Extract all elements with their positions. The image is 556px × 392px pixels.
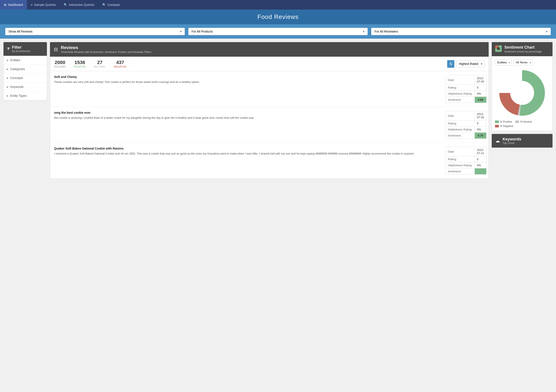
legend-neutral: % Neutral (515, 120, 532, 123)
sidebar-item-entities[interactable]: ▶ Entities (4, 56, 47, 65)
donut-chart-container (495, 69, 549, 117)
center-panel: ⊟ Reviews Show/Hide Reviews with Enrichm… (50, 42, 489, 179)
meta-helpfulness-value: 0% (475, 162, 486, 168)
meta-helpfulness-value: 0% (475, 91, 486, 97)
meta-helpfulness-label: Helpfulness Rating: (446, 91, 475, 97)
chevron-right-icon: ▶ (7, 85, 8, 88)
stat-negative: 437 NEGATIVE (110, 60, 131, 68)
for-reviewers-value: For All Reviewers (374, 30, 398, 33)
sidebar-items: ▶ Entities ▶ Categories ▶ Concepts ▶ Key… (3, 56, 47, 100)
donut-chart (498, 69, 546, 117)
review-content: omg the best cookie ever this cookie is … (54, 111, 441, 139)
stat-negative-label: NEGATIVE (114, 65, 127, 68)
keywords-cloud-header: ☁ Keywords Tag Cloud (492, 134, 553, 148)
meta-row-helpfulness: Helpfulness Rating: 0% (446, 91, 486, 97)
for-products-value: For All Products (192, 30, 213, 33)
right-panel: Sentiment Chart Sentiment scores by perc… (492, 42, 553, 179)
meta-sentiment-label: Sentiment: (446, 133, 475, 139)
terms-select-wrapper: All Terms (513, 59, 533, 66)
show-reviews-dropdown[interactable]: Show All Reviews ▾ (5, 28, 185, 35)
reviews-icon: ⊟ (54, 47, 58, 52)
legend-positive: % Positive (495, 120, 512, 123)
sidebar-item-label: Categories (10, 67, 25, 71)
chevron-right-icon: ▶ (7, 68, 8, 71)
nav-compare-label: Compare (108, 3, 120, 7)
sidebar-item-concepts[interactable]: ▶ Concepts (4, 74, 47, 83)
stat-neutral: 27 NEUTRAL (90, 60, 110, 68)
positive-color-swatch (495, 121, 499, 123)
meta-table: Date: 2012-07-20 Rating: 5 Helpfulness R… (445, 75, 486, 103)
sentiment-controls: Entities All Terms (495, 59, 549, 66)
meta-date-label: Date: (446, 75, 475, 85)
review-meta: Date: 2012-07-21 Rating: 5 Helpfulness R… (445, 147, 485, 174)
stat-total-num: 2000 (54, 60, 66, 65)
nav-compare[interactable]: 🔍 Compare (98, 0, 124, 9)
sentiment-chart-header: Sentiment Chart Sentiment scores by perc… (492, 42, 553, 56)
table-row: Soft and Chewy These cookies are very so… (50, 71, 488, 107)
main-layout: ⧩ Filter By Enrichments ▶ Entities ▶ Cat… (0, 39, 556, 182)
sidebar-item-label: Concepts (10, 76, 23, 80)
legend-neutral-label: % Neutral (520, 120, 532, 123)
reviews-header: ⊟ Reviews Show/Hide Reviews with Enrichm… (50, 42, 489, 57)
review-body: These cookies are very soft and chewy! T… (54, 80, 441, 84)
nav-interactive-queries[interactable]: 🔍 Interactive Queries (60, 0, 98, 9)
meta-rating-value: 5 (475, 121, 486, 127)
sidebar-item-categories[interactable]: ▶ Categories (4, 65, 47, 74)
sidebar-item-entity-types[interactable]: ▶ Entity Types (4, 91, 47, 100)
meta-sentiment-value (475, 168, 486, 174)
review-title: Quaker Soft Bakes Oatmeal Cookie with Ra… (54, 147, 441, 150)
reviews-title: Reviews (61, 45, 151, 50)
review-title: omg the best cookie ever (54, 111, 441, 114)
terms-select[interactable]: All Terms (513, 59, 533, 66)
meta-row-date: Date: 2012-07-20 (446, 75, 486, 85)
page-title: Food Reviews (4, 14, 552, 20)
meta-date-value: 2012-07-20 (475, 111, 486, 121)
meta-helpfulness-label: Helpfulness Rating: (446, 127, 475, 133)
meta-rating-label: Rating: (446, 85, 475, 91)
meta-row-date: Date: 2012-07-20 (446, 111, 486, 121)
sentiment-chart-subtitle: Sentiment scores by percentage (504, 50, 542, 53)
review-meta: Date: 2012-07-20 Rating: 5 Helpfulness R… (445, 111, 485, 139)
meta-row-date: Date: 2012-07-21 (446, 147, 486, 156)
donut-legend: % Positive % Neutral % Negative (495, 120, 549, 128)
meta-row-sentiment: Sentiment: 0.75 (446, 133, 486, 139)
sidebar-title: Filter (12, 45, 30, 50)
meta-table: Date: 2012-07-20 Rating: 5 Helpfulness R… (445, 111, 486, 139)
nav-sample-queries[interactable]: ≡ Sample Queries (27, 0, 60, 9)
neutral-color-swatch (515, 121, 519, 123)
sentiment-chart-body: Entities All Terms (492, 56, 553, 131)
search-icon: 🔍 (64, 3, 67, 7)
keywords-title: Keywords (502, 137, 521, 142)
dashboard-icon: ⊞ (4, 3, 7, 7)
review-meta: Date: 2012-07-20 Rating: 5 Helpfulness R… (445, 75, 485, 103)
sort-direction-button[interactable]: ⇅ (447, 60, 454, 68)
keywords-subtitle: Tag Cloud (502, 142, 521, 144)
main-nav: ⊞ Dashboard ≡ Sample Queries 🔍 Interacti… (0, 0, 556, 9)
legend-positive-label: % Positive (500, 120, 512, 123)
sidebar: ⧩ Filter By Enrichments ▶ Entities ▶ Cat… (3, 42, 47, 179)
pie-chart-icon (495, 45, 502, 53)
for-reviewers-dropdown[interactable]: For All Reviewers ▾ (371, 28, 551, 35)
sidebar-item-label: Keywords (10, 85, 23, 89)
for-products-dropdown[interactable]: For All Products ▾ (188, 28, 368, 35)
sentiment-chart-title: Sentiment Chart (504, 45, 542, 50)
meta-rating-value: 5 (475, 85, 486, 91)
meta-sentiment-value: 0.75 (475, 133, 486, 139)
meta-row-rating: Rating: 5 (446, 85, 486, 91)
sidebar-item-label: Entities (10, 58, 20, 62)
sidebar-item-keywords[interactable]: ▶ Keywords (4, 83, 47, 91)
filter-icon: ⧩ (7, 47, 10, 51)
entities-select[interactable]: Entities (495, 59, 512, 66)
sort-select[interactable]: Highest Rated (456, 60, 485, 67)
nav-dashboard[interactable]: ⊞ Dashboard (0, 0, 27, 9)
meta-sentiment-value: 0.88 (475, 97, 486, 103)
nav-interactive-label: Interactive Queries (69, 3, 94, 7)
legend-negative: % Negative (495, 125, 513, 128)
sidebar-subtitle: By Enrichments (12, 50, 30, 53)
meta-sentiment-label: Sentiment: (446, 168, 475, 174)
meta-helpfulness-label: Helpfulness Rating: (446, 162, 475, 168)
list-icon: ≡ (31, 3, 33, 7)
meta-date-label: Date: (446, 111, 475, 121)
meta-row-sentiment: Sentiment: 0.88 (446, 97, 486, 103)
reviews-stats: 2000 REVIEWS 1536 POSITIVE 27 NEUTRAL 43… (50, 57, 489, 71)
